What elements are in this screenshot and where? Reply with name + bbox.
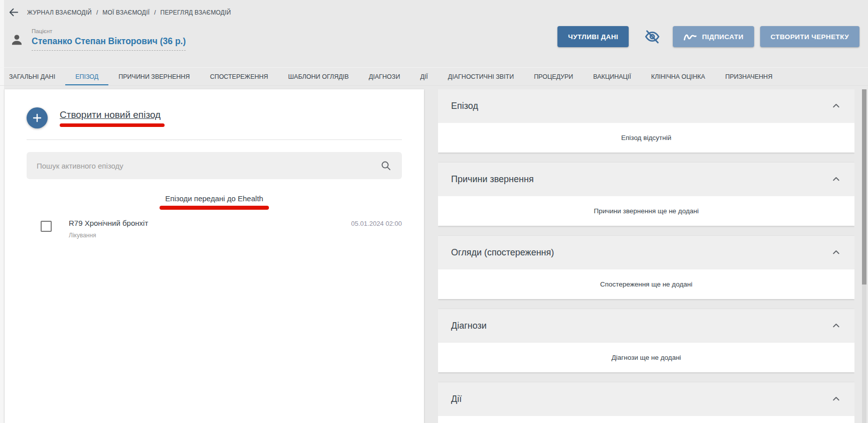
chevron-up-icon[interactable] <box>831 174 841 185</box>
tab-episode[interactable]: ЕПІЗОД <box>65 68 108 85</box>
section-visit-reasons: Причини звернення Причини звернення ще н… <box>438 163 854 226</box>
episode-search-box <box>27 152 402 179</box>
patient-block: Пацієнт Степанко Степан Вікторович (36 р… <box>10 28 186 51</box>
breadcrumb-item-my-interactions[interactable]: МОЇ ВЗАЄМОДІЇ <box>102 9 150 16</box>
section-title: Дії <box>451 394 462 404</box>
section-title: Діагнози <box>451 321 487 331</box>
episode-title[interactable]: R79 Хронічний бронхіт <box>69 219 148 227</box>
person-icon <box>10 33 24 47</box>
breadcrumb-separator: / <box>154 9 156 16</box>
tab-procedures[interactable]: ПРОЦЕДУРИ <box>524 68 583 85</box>
sign-button[interactable]: ПІДПИСАТИ <box>673 26 754 47</box>
add-episode-button[interactable] <box>27 107 48 128</box>
tab-observations[interactable]: СПОСТЕРЕЖЕННЯ <box>200 68 278 85</box>
section-empty-text: Епізод відсутній <box>438 123 854 153</box>
chevron-up-icon[interactable] <box>831 247 841 258</box>
breadcrumb-item-current: ПЕРЕГЛЯД ВЗАЄМОДІЙ <box>161 9 231 16</box>
section-empty-text: Спостереження ще не додані <box>438 269 854 299</box>
arrow-left-icon <box>8 7 20 18</box>
eye-off-icon <box>644 28 661 45</box>
search-icon[interactable] <box>380 160 392 172</box>
patient-name-link[interactable]: Степанко Степан Вікторович (36 р.) <box>32 36 186 51</box>
summary-column: Епізод Епізод відсутній Причини зверненн… <box>438 89 854 423</box>
tab-exam-templates[interactable]: ШАБЛОНИ ОГЛЯДІВ <box>278 68 359 85</box>
signature-icon <box>683 32 697 42</box>
patient-tabs: ЗАГАЛЬНІ ДАНІ ЕПІЗОД ПРИЧИНИ ЗВЕРНЕННЯ С… <box>0 67 868 86</box>
header-actions: ЧУТЛИВІ ДАНІ ПІДПИСАТИ СТВОРИТИ ЧЕРНЕТКУ <box>557 26 859 47</box>
divider <box>27 139 402 140</box>
tab-prescriptions[interactable]: ПРИЗНАЧЕННЯ <box>715 68 782 85</box>
scrollbar[interactable] <box>862 89 866 423</box>
patient-label: Пацієнт <box>32 28 186 34</box>
breadcrumb-separator: / <box>96 9 98 16</box>
breadcrumb-item-journal[interactable]: ЖУРНАЛ ВЗАЄМОДІЙ <box>27 9 92 16</box>
episode-search-input[interactable] <box>37 162 380 170</box>
sensitive-data-button[interactable]: ЧУТЛИВІ ДАНІ <box>557 26 629 47</box>
tab-actions[interactable]: ДІЇ <box>410 68 438 85</box>
section-visit-reasons-header[interactable]: Причини звернення <box>438 163 854 196</box>
chevron-up-icon[interactable] <box>831 394 841 404</box>
tab-diagnoses[interactable]: ДІАГНОЗИ <box>359 68 410 85</box>
episode-datetime: 05.01.2024 02:00 <box>351 219 402 227</box>
transferred-episodes-header: Епізоди передані до Ehealth <box>27 194 402 210</box>
red-underline-annotation <box>160 206 269 210</box>
episode-checkbox[interactable] <box>41 221 52 232</box>
sign-button-label: ПІДПИСАТИ <box>702 33 744 41</box>
plus-icon <box>31 112 43 124</box>
back-button[interactable] <box>8 7 20 18</box>
section-title: Огляди (спостереження) <box>451 247 554 258</box>
section-diagnoses-header[interactable]: Діагнози <box>438 309 854 343</box>
episode-list-item[interactable]: R79 Хронічний бронхіт Лікування 05.01.20… <box>27 219 402 239</box>
section-observations-header[interactable]: Огляди (спостереження) <box>438 236 854 269</box>
episode-type: Лікування <box>69 232 148 239</box>
create-episode-row: Створити новий епізод <box>27 107 402 128</box>
create-new-episode-link[interactable]: Створити новий епізод <box>60 109 161 120</box>
section-actions: Дії Дії ще не додані <box>438 382 854 423</box>
section-observations: Огляди (спостереження) Спостереження ще … <box>438 236 854 299</box>
episodes-panel: Створити новий епізод Епізоди передані д… <box>5 89 424 423</box>
section-empty-text: Причини звернення ще не додані <box>438 196 854 226</box>
section-empty-text: Діагнози ще не додані <box>438 343 854 372</box>
section-empty-text: Дії ще не додані <box>438 416 854 423</box>
tab-diagnostic-reports[interactable]: ДІАГНОСТИЧНІ ЗВІТИ <box>438 68 524 85</box>
breadcrumb: ЖУРНАЛ ВЗАЄМОДІЙ / МОЇ ВЗАЄМОДІЇ / ПЕРЕГ… <box>8 7 231 18</box>
section-diagnoses: Діагнози Діагнози ще не додані <box>438 309 854 372</box>
tab-general-data[interactable]: ЗАГАЛЬНІ ДАНІ <box>9 68 65 85</box>
window-edge <box>0 0 4 423</box>
section-episode: Епізод Епізод відсутній <box>438 89 854 153</box>
section-title: Причини звернення <box>451 174 534 185</box>
create-draft-button[interactable]: СТВОРИТИ ЧЕРНЕТКУ <box>760 26 859 47</box>
chevron-up-icon[interactable] <box>831 321 841 331</box>
scrollbar-thumb[interactable] <box>862 89 866 285</box>
section-title: Епізод <box>451 101 478 111</box>
section-actions-header[interactable]: Дії <box>438 382 854 416</box>
transferred-episodes-title: Епізоди передані до Ehealth <box>165 194 263 203</box>
tab-clinical-assessment[interactable]: КЛІНІЧНА ОЦІНКА <box>641 68 715 85</box>
section-episode-header[interactable]: Епізод <box>438 89 854 123</box>
tab-visit-reasons[interactable]: ПРИЧИНИ ЗВЕРНЕННЯ <box>108 68 200 85</box>
hide-sensitive-button[interactable] <box>644 28 661 45</box>
chevron-up-icon[interactable] <box>831 101 841 111</box>
tab-vaccinations[interactable]: ВАКЦИНАЦІЇ <box>583 68 641 85</box>
red-underline-annotation <box>60 123 165 127</box>
